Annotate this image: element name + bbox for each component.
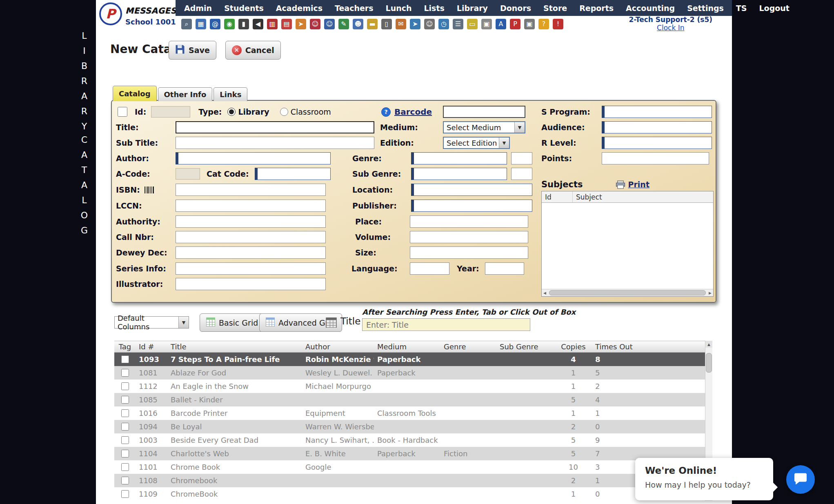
- author-input[interactable]: [176, 152, 331, 164]
- clock-icon[interactable]: ◷: [438, 19, 449, 29]
- tab-links[interactable]: Links: [214, 87, 247, 101]
- row-tag-checkbox[interactable]: [121, 436, 129, 444]
- columns-select[interactable]: Default Columns ▼: [114, 316, 189, 329]
- help-icon[interactable]: ?: [538, 19, 549, 29]
- row-tag-checkbox[interactable]: [121, 355, 129, 363]
- nav-item-students[interactable]: Students: [218, 4, 270, 13]
- table-row-1003[interactable]: 1003Beside Every Great DadNancy L. Swiha…: [114, 433, 712, 447]
- edition-select[interactable]: Select Edition ▼: [443, 137, 510, 149]
- email-at-icon[interactable]: @: [210, 19, 220, 29]
- table-row-1108[interactable]: 1108Chromebook21: [114, 474, 712, 487]
- medium-select[interactable]: Select Medium ▼: [443, 121, 525, 133]
- size-input[interactable]: [410, 246, 528, 259]
- subjects-horizontal-scrollbar[interactable]: ◀ ▶: [542, 289, 713, 296]
- chart-icon[interactable]: ▥: [267, 19, 278, 29]
- row-tag-checkbox[interactable]: [121, 423, 129, 431]
- nav-item-donors[interactable]: Donors: [494, 4, 537, 13]
- column-header-times-out[interactable]: Times Out: [592, 341, 637, 352]
- lccn-input[interactable]: [176, 200, 326, 212]
- row-tag-checkbox[interactable]: [121, 450, 129, 457]
- nav-item-admin[interactable]: Admin: [178, 4, 218, 13]
- pdf-icon[interactable]: P: [510, 19, 520, 29]
- table-row-1112[interactable]: 1112An Eagle in the SnowMichael Morpurgo…: [114, 380, 712, 393]
- calendar-icon[interactable]: ▤: [281, 19, 292, 29]
- column-header-id-[interactable]: Id #: [136, 341, 167, 352]
- barcode-help-icon[interactable]: ?: [381, 107, 391, 117]
- student-icon[interactable]: ☺: [324, 19, 335, 29]
- table-row-1109[interactable]: 1109ChromeBook10: [114, 487, 712, 501]
- call-nbr-input[interactable]: [176, 231, 326, 243]
- row-tag-checkbox[interactable]: [121, 409, 129, 417]
- table-row-1016[interactable]: 1016Barcode PrinterEquipmentClassroom To…: [114, 406, 712, 420]
- scroll-right-icon[interactable]: ▶: [707, 291, 713, 295]
- language-input[interactable]: [410, 262, 449, 275]
- genre-code-input[interactable]: [511, 152, 532, 164]
- notes-icon[interactable]: ✎: [338, 19, 349, 29]
- isbn-input[interactable]: [176, 184, 326, 196]
- search-icon[interactable]: ⌕: [181, 19, 192, 29]
- nav-item-academics[interactable]: Academics: [270, 4, 329, 13]
- green-dots-icon[interactable]: ◉: [224, 19, 235, 29]
- table-row-1085[interactable]: 1085Ballet - Kinder54: [114, 393, 712, 406]
- column-header-title[interactable]: Title: [167, 341, 302, 352]
- scroll-up-icon[interactable]: ▲: [705, 341, 712, 348]
- dewey-input[interactable]: [176, 246, 326, 259]
- title-search-input[interactable]: [362, 318, 530, 331]
- nav-item-logout[interactable]: Logout: [753, 4, 796, 13]
- lunch-icon[interactable]: ▬: [367, 19, 378, 29]
- nav-item-accounting[interactable]: Accounting: [620, 4, 681, 13]
- row-tag-checkbox[interactable]: [121, 396, 129, 404]
- column-header-tag[interactable]: Tag: [114, 341, 136, 352]
- schedule-grid-icon[interactable]: ▦: [196, 19, 206, 29]
- column-header-sub-genre[interactable]: Sub Genre: [496, 341, 555, 352]
- speaker-icon[interactable]: ◀: [253, 19, 263, 29]
- device-icon[interactable]: ▯: [381, 19, 392, 29]
- nav-item-lunch[interactable]: Lunch: [380, 4, 418, 13]
- column-header-author[interactable]: Author: [302, 341, 374, 352]
- nav-item-lists[interactable]: Lists: [418, 4, 450, 13]
- megaphone-icon[interactable]: ➤: [296, 19, 306, 29]
- location-input[interactable]: [411, 184, 532, 196]
- table-row-1081[interactable]: 1081Ablaze For GodWesley L. Duewel.Paper…: [114, 366, 712, 380]
- r-level-input[interactable]: [602, 137, 712, 149]
- row-tag-checkbox[interactable]: [121, 382, 129, 390]
- classroom-radio[interactable]: [280, 108, 288, 116]
- chat-launcher-button[interactable]: [786, 465, 815, 494]
- tab-other-info[interactable]: Other Info: [158, 87, 213, 101]
- sub-genre-code-input[interactable]: [511, 168, 532, 180]
- scrollbar-thumb[interactable]: [549, 290, 706, 295]
- table-row-1104[interactable]: 1104Charlotte's WebE. B. WhitePaperbackF…: [114, 447, 712, 460]
- subjects-column-subject[interactable]: Subject: [573, 191, 713, 202]
- nav-item-ts[interactable]: TS: [730, 4, 753, 13]
- id-tag-checkbox[interactable]: [118, 107, 127, 117]
- app-logo[interactable]: P MESSAGES School 1001: [96, 0, 176, 32]
- title-input[interactable]: [176, 121, 374, 133]
- barcode-input[interactable]: [443, 106, 525, 118]
- scrollbar-thumb[interactable]: [706, 353, 712, 373]
- label-print-icon[interactable]: ▣: [481, 19, 492, 29]
- barcode-link[interactable]: Barcode: [394, 107, 432, 117]
- row-tag-checkbox[interactable]: [121, 463, 129, 471]
- staff-icon[interactable]: ☺: [424, 19, 435, 29]
- series-input[interactable]: [176, 262, 326, 275]
- volume-input[interactable]: [410, 231, 528, 243]
- table-row-1093[interactable]: 10937 Steps To A Pain-free LifeRobin McK…: [114, 353, 712, 366]
- tab-catalog[interactable]: Catalog: [113, 86, 157, 101]
- row-tag-checkbox[interactable]: [121, 369, 129, 377]
- table-row-1094[interactable]: 1094Be LoyalWarren W. Wiersbe20: [114, 420, 712, 433]
- sub-title-input[interactable]: [176, 137, 374, 149]
- illustrator-input[interactable]: [176, 278, 326, 290]
- nav-item-teachers[interactable]: Teachers: [329, 4, 380, 13]
- save-button[interactable]: Save: [169, 41, 216, 60]
- cancel-button[interactable]: ✕ Cancel: [225, 41, 281, 60]
- scroll-left-icon[interactable]: ◀: [542, 291, 548, 295]
- clock-in-link[interactable]: Clock In: [657, 24, 684, 32]
- nav-item-reports[interactable]: Reports: [573, 4, 620, 13]
- row-tag-checkbox[interactable]: [121, 477, 129, 484]
- subjects-print-link[interactable]: Print: [628, 180, 649, 189]
- envelope-icon[interactable]: ✉: [396, 19, 406, 29]
- mobile-phone-icon[interactable]: ▮: [238, 19, 249, 29]
- sub-genre-input[interactable]: [411, 168, 507, 180]
- column-header-genre[interactable]: Genre: [440, 341, 496, 352]
- printer-icon[interactable]: ▣: [524, 19, 535, 29]
